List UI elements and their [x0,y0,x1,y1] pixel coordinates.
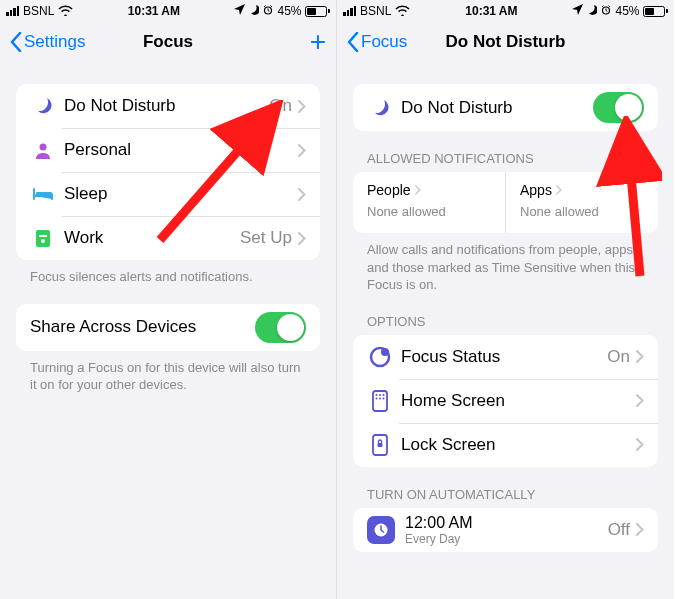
battery-icon [305,6,330,17]
back-button[interactable]: Settings [10,32,85,52]
moon-icon [587,4,597,18]
row-label: Work [64,228,240,248]
svg-rect-17 [378,443,383,447]
battery-pct: 45% [615,4,639,18]
schedule-row[interactable]: 12:00 AM Every Day Off [353,508,658,552]
dnd-toggle[interactable] [593,92,644,123]
row-label: Focus Status [401,347,607,367]
footer-text: Allow calls and notifications from peopl… [353,233,658,294]
back-label: Focus [361,32,407,52]
option-lock-screen[interactable]: Lock Screen [353,423,658,467]
chevron-right-icon [636,394,644,407]
back-button[interactable]: Focus [347,32,407,52]
phone-dnd-detail: BSNL 10:31 AM 45% Focus Do Not Disturb D… [337,0,674,599]
section-header: Allowed Notifications [353,131,658,172]
phone-focus-list: BSNL 10:31 AM 45% Settings Focus + Do No… [0,0,337,599]
focus-status-icon [367,346,393,368]
signal-icon [6,6,19,16]
svg-point-8 [381,348,389,356]
share-row[interactable]: Share Across Devices [16,304,320,351]
row-label: Sleep [64,184,298,204]
signal-icon [343,6,356,16]
chevron-right-icon [636,523,644,536]
chevron-right-icon [415,185,421,195]
alarm-icon [263,4,273,18]
chevron-right-icon [636,350,644,363]
allowed-group: People None allowed Apps None allowed [353,172,658,233]
row-value: Off [608,520,630,540]
moon-icon [367,98,393,118]
split-title-label: Apps [520,182,552,198]
svg-point-12 [383,394,385,396]
svg-rect-3 [39,235,47,237]
badge-icon [30,228,56,248]
share-toggle[interactable] [255,312,306,343]
svg-point-1 [40,144,47,151]
chevron-right-icon [556,185,562,195]
lock-screen-icon [367,434,393,456]
status-time: 10:31 AM [128,4,180,18]
carrier-label: BSNL [360,4,391,18]
focus-row-personal[interactable]: Personal [16,128,320,172]
row-label: Share Across Devices [30,317,255,337]
chevron-right-icon [298,188,306,201]
schedule-time: 12:00 AM [405,514,608,532]
auto-group: 12:00 AM Every Day Off [353,508,658,552]
row-label: Personal [64,140,298,160]
chevron-right-icon [298,232,306,245]
focus-row-dnd[interactable]: Do Not Disturb On [16,84,320,128]
chevron-right-icon [298,144,306,157]
home-screen-icon [367,390,393,412]
option-focus-status[interactable]: Focus Status On [353,335,658,379]
status-time: 10:31 AM [465,4,517,18]
share-group: Share Across Devices [16,304,320,351]
chevron-right-icon [636,438,644,451]
footer-text: Focus silences alerts and notifications. [16,260,320,286]
focus-list-group: Do Not Disturb On Personal Sleep Work Se… [16,84,320,260]
svg-point-11 [379,394,381,396]
section-header: Turn On Automatically [353,467,658,508]
moon-icon [249,4,259,18]
battery-icon [643,6,668,17]
clock-icon [367,516,395,544]
row-label: Lock Screen [401,435,636,455]
nav-bar: Settings Focus + [0,20,336,64]
split-sub: None allowed [367,204,491,219]
focus-row-work[interactable]: Work Set Up [16,216,320,260]
dnd-toggle-group: Do Not Disturb [353,84,658,131]
svg-rect-2 [36,230,50,247]
svg-point-4 [41,239,45,243]
alarm-icon [601,4,611,18]
options-group: Focus Status On Home Screen Lock Screen [353,335,658,467]
svg-point-14 [379,397,381,399]
split-sub: None allowed [520,204,644,219]
nav-bar: Focus Do Not Disturb [337,20,674,64]
add-button[interactable]: + [296,28,326,56]
svg-point-13 [376,397,378,399]
focus-row-sleep[interactable]: Sleep [16,172,320,216]
status-bar: BSNL 10:31 AM 45% [337,0,674,20]
chevron-right-icon [298,100,306,113]
svg-point-15 [383,397,385,399]
wifi-icon [395,4,410,19]
svg-point-10 [376,394,378,396]
split-title-label: People [367,182,411,198]
option-home-screen[interactable]: Home Screen [353,379,658,423]
footer-text: Turning a Focus on for this device will … [16,351,320,394]
row-value: On [607,347,630,367]
row-label: Home Screen [401,391,636,411]
location-icon [234,4,245,18]
row-value: Set Up [240,228,292,248]
schedule-repeat: Every Day [405,532,608,546]
allowed-apps[interactable]: Apps None allowed [505,172,658,233]
row-label: Do Not Disturb [64,96,269,116]
moon-icon [30,96,56,116]
battery-pct: 45% [277,4,301,18]
bed-icon [30,187,56,201]
person-icon [30,141,56,159]
allowed-people[interactable]: People None allowed [353,172,505,233]
location-icon [572,4,583,18]
status-bar: BSNL 10:31 AM 45% [0,0,336,20]
dnd-toggle-row[interactable]: Do Not Disturb [353,84,658,131]
row-label: Do Not Disturb [401,98,593,118]
